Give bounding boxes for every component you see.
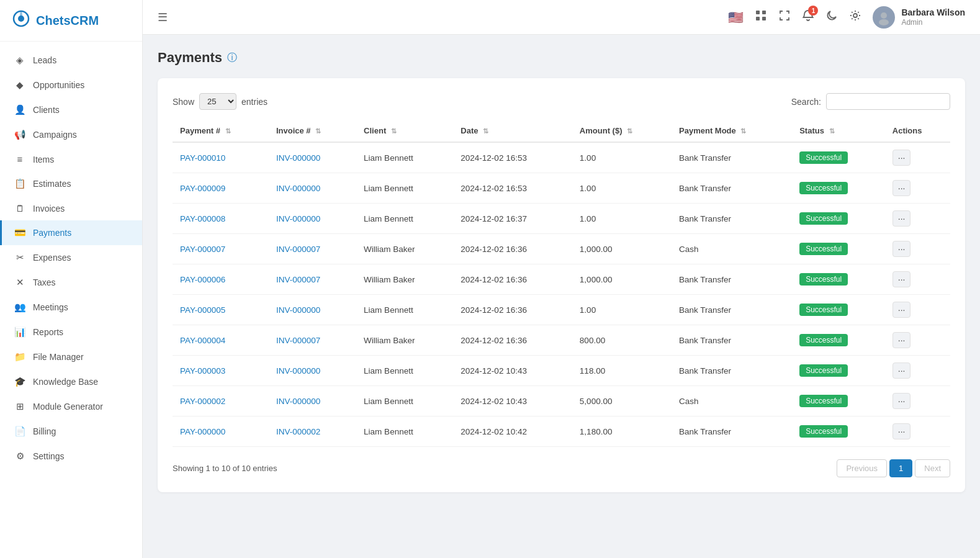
invoice-num-cell: INV-000000 xyxy=(269,173,356,204)
user-profile[interactable]: Barbara Wilson Admin xyxy=(873,6,965,29)
invoice-link[interactable]: INV-000000 xyxy=(276,214,320,223)
payment-link[interactable]: PAY-000004 xyxy=(180,336,225,345)
sidebar-nav: ◈Leads◆Opportunities👤Clients📢Campaigns≡I… xyxy=(0,42,142,475)
taxes-label: Taxes xyxy=(33,277,56,287)
payment-link[interactable]: PAY-000007 xyxy=(180,245,225,254)
payment-link[interactable]: PAY-000003 xyxy=(180,366,225,376)
logo[interactable]: ChetsCRM xyxy=(0,0,142,42)
invoice-link[interactable]: INV-000000 xyxy=(276,366,320,376)
sidebar-item-module-generator[interactable]: ⊞Module Generator xyxy=(0,394,142,419)
sidebar-item-invoices[interactable]: 🗒Invoices xyxy=(0,196,142,220)
payment-link[interactable]: PAY-000006 xyxy=(180,275,225,284)
user-role: Admin xyxy=(901,18,965,27)
col-date: Date ⇅ xyxy=(453,120,572,142)
payment-link[interactable]: PAY-000010 xyxy=(180,153,225,163)
sort-icon[interactable]: ⇅ xyxy=(627,127,632,135)
next-button[interactable]: Next xyxy=(915,459,950,477)
opportunities-nav-icon: ◆ xyxy=(14,79,25,91)
invoice-link[interactable]: INV-000000 xyxy=(276,153,320,163)
row-action-button[interactable]: ··· xyxy=(892,393,911,409)
items-label: Items xyxy=(33,155,54,164)
payment-link[interactable]: PAY-000002 xyxy=(180,397,225,406)
sidebar-item-file-manager[interactable]: 📁File Manager xyxy=(0,344,142,369)
sort-icon[interactable]: ⇅ xyxy=(315,127,321,135)
row-action-button[interactable]: ··· xyxy=(892,210,911,227)
sidebar-item-leads[interactable]: ◈Leads xyxy=(0,48,142,73)
invoice-link[interactable]: INV-000000 xyxy=(276,305,320,315)
sidebar-item-estimates[interactable]: 📋Estimates xyxy=(0,171,142,196)
sidebar-item-settings[interactable]: ⚙Settings xyxy=(0,444,142,469)
file-manager-label: File Manager xyxy=(33,352,84,362)
invoice-num-cell: INV-000000 xyxy=(269,295,356,325)
sort-icon[interactable]: ⇅ xyxy=(391,127,397,135)
entries-select[interactable]: 10 25 50 100 xyxy=(199,93,236,110)
search-input[interactable] xyxy=(826,93,950,110)
language-flag-icon[interactable]: 🇺🇸 xyxy=(728,10,744,25)
sidebar-item-opportunities[interactable]: ◆Opportunities xyxy=(0,73,142,97)
payment-link[interactable]: PAY-000009 xyxy=(180,184,225,193)
actions-cell: ··· xyxy=(885,234,950,264)
svg-rect-3 xyxy=(762,11,766,14)
invoice-link[interactable]: INV-000000 xyxy=(276,184,320,193)
payments-label: Payments xyxy=(33,228,71,238)
row-action-button[interactable]: ··· xyxy=(892,423,911,439)
row-action-button[interactable]: ··· xyxy=(892,180,911,196)
fullscreen-icon[interactable] xyxy=(778,9,791,25)
status-cell: Successful xyxy=(792,416,885,447)
estimates-label: Estimates xyxy=(33,179,71,189)
row-action-button[interactable]: ··· xyxy=(892,302,911,318)
status-cell: Successful xyxy=(792,142,885,173)
sidebar-item-campaigns[interactable]: 📢Campaigns xyxy=(0,122,142,147)
row-action-button[interactable]: ··· xyxy=(892,150,911,166)
sidebar-item-taxes[interactable]: ✕Taxes xyxy=(0,270,142,295)
page-1-button[interactable]: 1 xyxy=(889,459,912,477)
payment-link[interactable]: PAY-000005 xyxy=(180,305,225,315)
invoice-link[interactable]: INV-000007 xyxy=(276,275,320,284)
previous-button[interactable]: Previous xyxy=(837,459,887,477)
menu-toggle-button[interactable]: ☰ xyxy=(158,11,168,24)
actions-cell: ··· xyxy=(885,204,950,234)
invoice-link[interactable]: INV-000007 xyxy=(276,336,320,345)
sort-icon[interactable]: ⇅ xyxy=(483,127,488,135)
invoice-link[interactable]: INV-000000 xyxy=(276,397,320,406)
notifications-icon[interactable]: 1 xyxy=(802,9,814,25)
sort-icon[interactable]: ⇅ xyxy=(829,127,835,135)
payment-link[interactable]: PAY-000000 xyxy=(180,427,225,436)
row-action-button[interactable]: ··· xyxy=(892,241,911,257)
sidebar-item-knowledge-base[interactable]: 🎓Knowledge Base xyxy=(0,369,142,394)
table-row: PAY-000002 INV-000000 Liam Bennett 2024-… xyxy=(173,386,950,416)
row-action-button[interactable]: ··· xyxy=(892,271,911,287)
row-action-button[interactable]: ··· xyxy=(892,362,911,379)
sidebar-item-clients[interactable]: 👤Clients xyxy=(0,97,142,122)
payment-mode-cell: Bank Transfer xyxy=(672,173,792,204)
client-cell: Liam Bennett xyxy=(356,356,453,386)
status-badge: Successful xyxy=(799,273,848,286)
sidebar-item-payments[interactable]: 💳Payments xyxy=(0,220,142,245)
sidebar-item-billing[interactable]: 📄Billing xyxy=(0,419,142,444)
sort-icon[interactable]: ⇅ xyxy=(225,127,231,135)
payment-link[interactable]: PAY-000008 xyxy=(180,214,225,223)
payment-num-cell: PAY-000004 xyxy=(173,325,269,356)
sidebar-item-items[interactable]: ≡Items xyxy=(0,147,142,171)
sort-icon[interactable]: ⇅ xyxy=(740,127,746,135)
amount-cell: 1.00 xyxy=(572,173,672,204)
sidebar-item-reports[interactable]: 📊Reports xyxy=(0,320,142,344)
billing-nav-icon: 📄 xyxy=(14,426,25,437)
page-title: Payments xyxy=(158,50,222,66)
row-action-button[interactable]: ··· xyxy=(892,332,911,348)
payment-num-cell: PAY-000008 xyxy=(173,204,269,234)
date-cell: 2024-12-02 16:53 xyxy=(453,173,572,204)
actions-cell: ··· xyxy=(885,386,950,416)
apps-grid-icon[interactable] xyxy=(755,9,767,25)
invoice-num-cell: INV-000007 xyxy=(269,325,356,356)
sidebar-item-meetings[interactable]: 👥Meetings xyxy=(0,295,142,320)
expenses-nav-icon: ✂ xyxy=(14,252,25,263)
sidebar-item-expenses[interactable]: ✂Expenses xyxy=(0,245,142,270)
invoice-link[interactable]: INV-000002 xyxy=(276,427,320,436)
invoice-link[interactable]: INV-000007 xyxy=(276,245,320,254)
settings-gear-icon[interactable] xyxy=(849,9,861,25)
client-cell: Liam Bennett xyxy=(356,142,453,173)
invoice-num-cell: INV-000002 xyxy=(269,416,356,447)
page-info-icon[interactable]: ⓘ xyxy=(227,52,237,65)
dark-mode-icon[interactable] xyxy=(825,9,838,25)
